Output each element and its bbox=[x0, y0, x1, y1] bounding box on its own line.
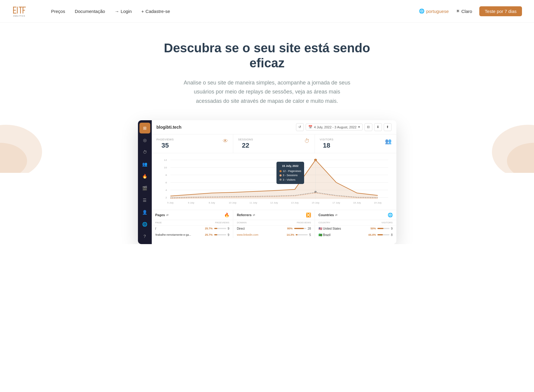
countries-icon: 🌐 bbox=[388, 213, 393, 217]
pages-col-headers: PAGE PAGEVIEWS bbox=[152, 220, 233, 225]
sessions-icon: ⏱ bbox=[304, 138, 310, 144]
referrers-table-header: Referrers ⇄ 🔀 bbox=[233, 210, 315, 220]
nav-documentacao[interactable]: Documentação bbox=[75, 9, 105, 14]
trial-button[interactable]: Teste por 7 dias bbox=[479, 6, 522, 16]
sidebar-icon-help[interactable]: ? bbox=[139, 231, 150, 242]
navbar: ANALYTICS Preços Documentação → Login + … bbox=[0, 0, 534, 23]
nav-language[interactable]: 🌐 portuguese bbox=[419, 8, 449, 14]
visitors-dot bbox=[279, 179, 282, 181]
login-icon: → bbox=[115, 9, 119, 14]
refresh-button[interactable]: ↺ bbox=[296, 123, 304, 131]
share-button[interactable]: ⬆ bbox=[384, 123, 392, 131]
pages-table-header: Pages ⇄ 🔥 bbox=[152, 210, 233, 220]
hero-content: Descubra se o seu site está sendo eficaz… bbox=[0, 23, 534, 244]
dashboard-header: blogibti.tech ↺ 📅 4 July, 2022 - 3 Augus… bbox=[152, 120, 396, 134]
referrers-table: Referrers ⇄ 🔀 DOMAIN PAGEVIEWS Direct bbox=[233, 210, 315, 238]
sidebar-icon-recordings[interactable]: 🎬 bbox=[139, 183, 150, 194]
sidebar-icon-profile[interactable]: 👤 bbox=[139, 207, 150, 218]
sidebar-icon-grid[interactable]: ⊞ bbox=[139, 123, 150, 133]
svg-text:ANALYTICS: ANALYTICS bbox=[13, 15, 25, 17]
svg-text:17 July: 17 July bbox=[332, 201, 340, 204]
plus-icon: + bbox=[141, 9, 144, 14]
svg-rect-1 bbox=[13, 7, 17, 7]
svg-text:19 July: 19 July bbox=[374, 201, 382, 204]
sidebar-icon-users[interactable]: 👥 bbox=[139, 159, 150, 170]
dashboard-sidebar: ⊞ ◎ ⏱ 👥 🔥 🎬 ☰ 👤 🌐 ? bbox=[138, 120, 152, 244]
svg-text:8: 8 bbox=[165, 173, 167, 176]
nav-precos[interactable]: Preços bbox=[51, 9, 65, 14]
svg-text:13 July: 13 July bbox=[291, 201, 299, 204]
referrers-col-headers: DOMAIN PAGEVIEWS bbox=[233, 220, 315, 225]
svg-text:6: 6 bbox=[165, 181, 167, 184]
globe-icon: 🌐 bbox=[419, 8, 425, 14]
arrows-icon: ⇄ bbox=[335, 213, 337, 216]
nav-login[interactable]: → Login bbox=[115, 9, 132, 14]
stat-sessions: SESSIONS 22 ⏱ bbox=[233, 134, 315, 153]
tooltip-date: 15 July, 2022 bbox=[279, 164, 301, 168]
nav-links: Preços Documentação → Login + Cadastre-s… bbox=[51, 6, 522, 16]
sidebar-icon-heatmap[interactable]: 🔥 bbox=[139, 171, 150, 182]
sidebar-icon-funnel[interactable]: ☰ bbox=[139, 195, 150, 206]
table-row: / 25.7% 9 bbox=[152, 225, 233, 232]
pageviews-dot bbox=[279, 170, 282, 172]
logo[interactable]: ANALYTICS bbox=[12, 4, 39, 19]
visitors-icon: 👥 bbox=[385, 138, 392, 145]
svg-text:5 July: 5 July bbox=[167, 201, 173, 204]
svg-text:18 July: 18 July bbox=[353, 201, 361, 204]
sidebar-icon-overview[interactable]: ◎ bbox=[139, 135, 150, 145]
stat-pageviews: PAGEVIEWS 35 👁 bbox=[152, 134, 233, 153]
download-button[interactable]: ⬇ bbox=[374, 123, 382, 131]
pages-table: Pages ⇄ 🔥 PAGE PAGEVIEWS / 25 bbox=[152, 210, 233, 238]
table-row: 🇺🇸 United States 50% 9 bbox=[315, 225, 396, 232]
sun-icon: ☀ bbox=[456, 8, 460, 14]
tooltip-pageviews: 12 - Pageviews bbox=[279, 169, 301, 173]
chart-area: 12 10 8 6 4 2 bbox=[152, 153, 396, 210]
countries-table-header: Countries ⇄ 🌐 bbox=[315, 210, 396, 220]
filter-button[interactable]: ⊟ bbox=[365, 123, 372, 131]
nav-right: 🌐 portuguese ☀ Claro Teste por 7 dias bbox=[419, 6, 522, 16]
table-row: Direct 80% 28 bbox=[233, 225, 315, 232]
arrows-icon: ⇄ bbox=[166, 213, 169, 216]
chevron-icon: ▾ bbox=[358, 125, 360, 129]
svg-rect-3 bbox=[13, 13, 17, 14]
svg-text:2: 2 bbox=[165, 196, 167, 199]
table-row: /trabalhe-remotamente-e-ga... 25.7% 9 bbox=[152, 232, 233, 238]
svg-text:8 July: 8 July bbox=[209, 201, 215, 204]
svg-rect-4 bbox=[17, 7, 18, 14]
countries-table: Countries ⇄ 🌐 COUNTRY VISITORS 🇺🇸 bbox=[315, 210, 396, 238]
svg-text:10 July: 10 July bbox=[229, 201, 236, 204]
site-name: blogibti.tech bbox=[157, 125, 182, 130]
svg-text:6 July: 6 July bbox=[188, 201, 194, 204]
hero-subtitle: Analise o seu site de maneira simples, a… bbox=[183, 78, 351, 106]
svg-text:12: 12 bbox=[164, 158, 167, 161]
table-row: www.linkedin.com 14.3% 5 bbox=[233, 232, 315, 238]
sessions-dot bbox=[279, 174, 282, 176]
sidebar-icon-time[interactable]: ⏱ bbox=[139, 147, 150, 158]
svg-rect-6 bbox=[20, 7, 21, 14]
pageviews-icon: 👁 bbox=[223, 138, 228, 144]
dashboard-main: blogibti.tech ↺ 📅 4 July, 2022 - 3 Augus… bbox=[152, 120, 396, 244]
svg-text:12 July: 12 July bbox=[270, 201, 278, 204]
table-row: 🇧🇷 Brazil 44.4% 8 bbox=[315, 232, 396, 238]
hero-section: Descubra se o seu site está sendo eficaz… bbox=[0, 23, 534, 244]
br-flag: 🇧🇷 bbox=[319, 233, 322, 237]
chart-tooltip: 15 July, 2022 12 - Pageviews 3 - Session… bbox=[276, 162, 304, 184]
svg-marker-27 bbox=[170, 160, 378, 199]
calendar-icon: 📅 bbox=[308, 125, 313, 129]
stat-visitors: VISITORS 18 👥 bbox=[315, 134, 396, 153]
svg-text:10: 10 bbox=[164, 166, 167, 169]
date-range-picker[interactable]: 📅 4 July, 2022 - 3 August, 2022 ▾ bbox=[306, 124, 363, 130]
arrows-icon: ⇄ bbox=[253, 213, 255, 216]
tooltip-sessions: 3 - Sessions bbox=[279, 173, 301, 177]
header-controls: ↺ 📅 4 July, 2022 - 3 August, 2022 ▾ ⊟ ⬇ … bbox=[296, 123, 392, 131]
svg-text:11 July: 11 July bbox=[249, 201, 257, 204]
svg-text:15 July: 15 July bbox=[312, 201, 319, 204]
nav-theme[interactable]: ☀ Claro bbox=[456, 8, 472, 14]
line-chart: 12 10 8 6 4 2 bbox=[157, 157, 392, 205]
svg-text:4: 4 bbox=[165, 188, 167, 191]
us-flag: 🇺🇸 bbox=[319, 227, 322, 230]
sidebar-icon-globe[interactable]: 🌐 bbox=[139, 219, 150, 230]
tables-row: Pages ⇄ 🔥 PAGE PAGEVIEWS / 25 bbox=[152, 210, 396, 238]
countries-col-headers: COUNTRY VISITORS bbox=[315, 220, 396, 225]
nav-cadastrese[interactable]: + Cadastre-se bbox=[141, 9, 170, 14]
